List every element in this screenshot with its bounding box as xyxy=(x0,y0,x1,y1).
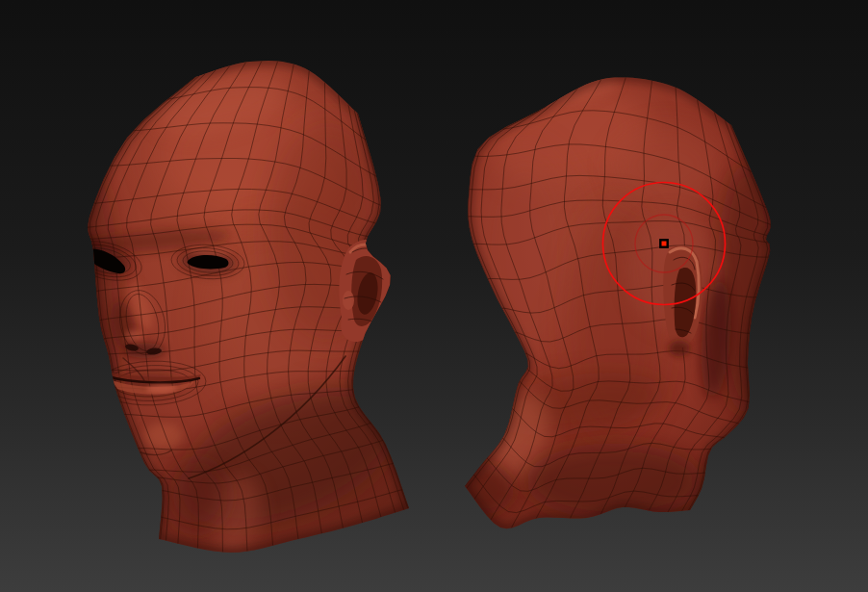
brush-center-dot xyxy=(660,240,667,246)
sculpt-viewport[interactable] xyxy=(0,0,868,592)
viewport-canvas[interactable] xyxy=(0,0,868,592)
ear-right-lobe-shadow xyxy=(669,341,690,356)
ear-left-tragus xyxy=(343,291,354,310)
